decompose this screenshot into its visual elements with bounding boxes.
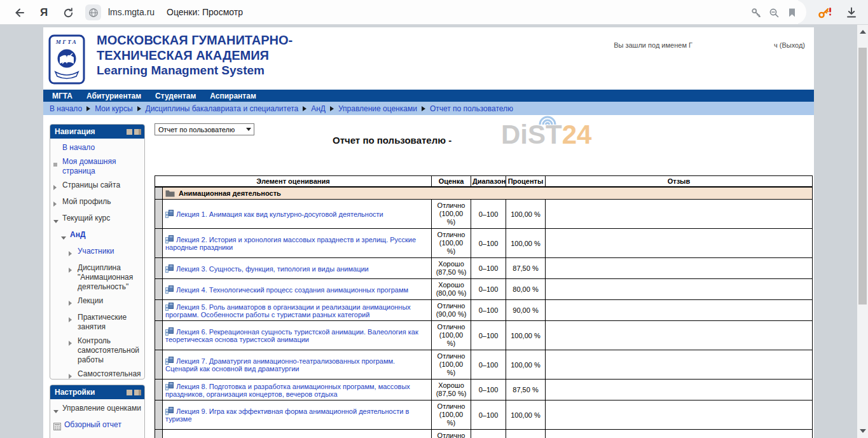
- chevron-right-icon[interactable]: [53, 181, 59, 193]
- grade-cell: Хорошо(80,00 %): [432, 279, 471, 300]
- lesson-icon: [165, 285, 174, 294]
- title-line-3: Learning Managment System: [97, 63, 293, 78]
- logout-link[interactable]: ч (Выход): [774, 41, 805, 49]
- grade-item-link[interactable]: Лекция 7. Драматургия анимационно-театра…: [165, 357, 395, 373]
- breadcrumb-home[interactable]: В начало: [50, 104, 82, 113]
- report-type-select[interactable]: Отчет по пользователю: [155, 123, 254, 135]
- feedback-cell: [546, 200, 813, 229]
- refresh-icon[interactable]: [61, 6, 75, 20]
- grade-item-link[interactable]: Лекция 5. Роль аниматоров в организации …: [165, 303, 411, 318]
- range-cell: 0–100: [471, 258, 506, 279]
- key-icon[interactable]: [749, 6, 763, 20]
- breadcrumb-my-courses[interactable]: Мои курсы: [95, 104, 132, 113]
- nav-item-my-home[interactable]: Моя домашняя страница: [53, 157, 142, 176]
- item-cell: Лекция 9. Игра как эффективная форма ани…: [163, 400, 432, 430]
- topnav-item-abiturientam[interactable]: Абитуриентам: [86, 92, 141, 100]
- topnav-item-mgta[interactable]: МГТА: [52, 92, 72, 100]
- dock-block-icon[interactable]: [134, 390, 141, 395]
- dock-block-icon[interactable]: [134, 129, 141, 135]
- settings-item-overview-report[interactable]: Обзорный отчет: [53, 420, 142, 433]
- chevron-right-icon[interactable]: [69, 313, 74, 325]
- nav-item-control[interactable]: Контроль самостоятельной работы: [53, 336, 142, 365]
- nav-item-participants[interactable]: Участники: [53, 247, 142, 259]
- grade-item-link[interactable]: Лекция 6. Рекреационная сущность туристс…: [165, 328, 418, 343]
- site-badge[interactable]: [85, 4, 101, 20]
- grade-item-link[interactable]: Лекция 8. Подготовка и разработка анимац…: [165, 383, 410, 398]
- indent-cell: [155, 380, 163, 400]
- chevron-right-icon[interactable]: [69, 369, 74, 380]
- back-icon[interactable]: [13, 6, 27, 20]
- vertical-scrollbar[interactable]: [857, 25, 868, 438]
- breadcrumb-course[interactable]: АнД: [311, 104, 326, 113]
- range-cell: 0–100: [471, 430, 506, 438]
- chevron-right-icon[interactable]: [53, 197, 59, 209]
- chevron-right-icon[interactable]: [69, 263, 74, 275]
- category-label: Анимационная деятельность: [179, 189, 281, 197]
- indent-cell: [155, 200, 163, 229]
- nav-item-my-profile[interactable]: Мой профиль: [53, 197, 142, 209]
- indent-cell: [155, 187, 163, 200]
- nav-item-practice[interactable]: Практические занятия: [53, 313, 142, 332]
- topnav-item-aspirantam[interactable]: Аспирантам: [210, 92, 256, 100]
- range-cell: 0–100: [471, 200, 506, 229]
- grade-cell: Отлично(90,00 %): [432, 300, 471, 321]
- grade-item-link[interactable]: Лекция 2. История и хронология массовых …: [165, 236, 416, 251]
- settings-title: Настройки: [55, 388, 95, 397]
- collapse-block-icon[interactable]: [127, 129, 132, 135]
- nav-item-current-course[interactable]: Текущий курс: [53, 214, 142, 226]
- navigation-block: Навигация В начало Моя домашняя страница…: [50, 124, 145, 380]
- nav-item-home[interactable]: В начало: [53, 143, 142, 153]
- scroll-down-icon[interactable]: [860, 429, 866, 433]
- item-cell: Лекция 6. Рекреационная сущность туристс…: [163, 321, 432, 350]
- breadcrumb-grade-admin[interactable]: Управление оценками: [338, 104, 417, 113]
- grade-item-link[interactable]: Лекция 9. Игра как эффективная форма ани…: [165, 407, 409, 423]
- lesson-icon: [165, 303, 174, 311]
- topnav-item-studentam[interactable]: Студентам: [155, 92, 196, 100]
- percent-cell: 100,00 %: [506, 200, 546, 229]
- logo-text: МГТА: [55, 39, 78, 45]
- chevron-right-icon[interactable]: [69, 247, 74, 259]
- grade-item-link[interactable]: Лекция 1. Анимация как вид культурно-дос…: [165, 210, 383, 218]
- breadcrumb-disciplines[interactable]: Дисциплины бакалавриата и специалитета: [146, 104, 299, 113]
- grade-item-link[interactable]: Лекция 3. Сущность, функция, типология и…: [165, 265, 369, 273]
- lesson-icon: [165, 210, 174, 218]
- bookmark-icon[interactable]: [785, 6, 799, 20]
- nav-item-selfwork[interactable]: Самостоятельная работа: [53, 369, 142, 380]
- range-cell: 0–100: [471, 321, 506, 350]
- url-text[interactable]: lms.mgta.ru: [108, 7, 155, 17]
- grade-item-link[interactable]: Лекция 4. Технологический процесс создан…: [165, 286, 408, 294]
- range-cell: 0–100: [471, 300, 506, 321]
- grade-item-label: Лекция 3. Сущность, функция, типология и…: [176, 265, 369, 273]
- nav-item-lectures[interactable]: Лекции: [53, 296, 142, 308]
- nav-item-site-pages[interactable]: Страницы сайта: [53, 181, 142, 193]
- grade-cell: Отлично(100,00 %): [432, 350, 471, 380]
- header-item: Элемент оценивания: [155, 176, 432, 188]
- scroll-up-icon[interactable]: [860, 30, 866, 34]
- nav-item-and[interactable]: АнД: [53, 230, 142, 242]
- chevron-right-icon[interactable]: [69, 296, 74, 308]
- feedback-cell: [546, 350, 813, 380]
- item-cell: Лекция 7. Драматургия анимационно-театра…: [163, 350, 432, 380]
- chevron-right-icon[interactable]: [69, 336, 74, 348]
- password-alert-icon[interactable]: [818, 6, 832, 20]
- grade-cell: Отлично(100,00 %): [432, 430, 471, 438]
- header-range: Диапазон: [471, 176, 506, 188]
- chevron-down-icon[interactable]: [61, 230, 67, 242]
- breadcrumb-user-report[interactable]: Отчет по пользователю: [430, 104, 513, 113]
- indent-cell: [155, 300, 163, 321]
- chevron-down-icon[interactable]: [53, 214, 59, 226]
- report-select-value: Отчет по пользователю: [158, 126, 235, 133]
- chevron-down-icon[interactable]: [53, 404, 59, 416]
- scrollbar-thumb[interactable]: [858, 48, 867, 305]
- download-icon[interactable]: [844, 6, 858, 20]
- grade-item-label: Лекция 8. Подготовка и разработка анимац…: [165, 383, 410, 398]
- grade-cell: Хорошо(87,50 %): [432, 380, 471, 400]
- collapse-block-icon[interactable]: [127, 390, 132, 395]
- grade-item-label: Лекция 7. Драматургия анимационно-театра…: [165, 357, 395, 373]
- zoom-icon[interactable]: [767, 6, 781, 20]
- item-cell: Лекция 1. Анимация как вид культурно-дос…: [163, 200, 432, 229]
- yandex-icon[interactable]: Я: [37, 6, 51, 20]
- item-cell: Лекция 4. Технологический процесс создан…: [163, 279, 432, 300]
- nav-item-discipline[interactable]: Дисциплина "Анимационная деятельность": [53, 263, 142, 292]
- settings-item-grade-admin[interactable]: Управление оценками: [53, 404, 142, 416]
